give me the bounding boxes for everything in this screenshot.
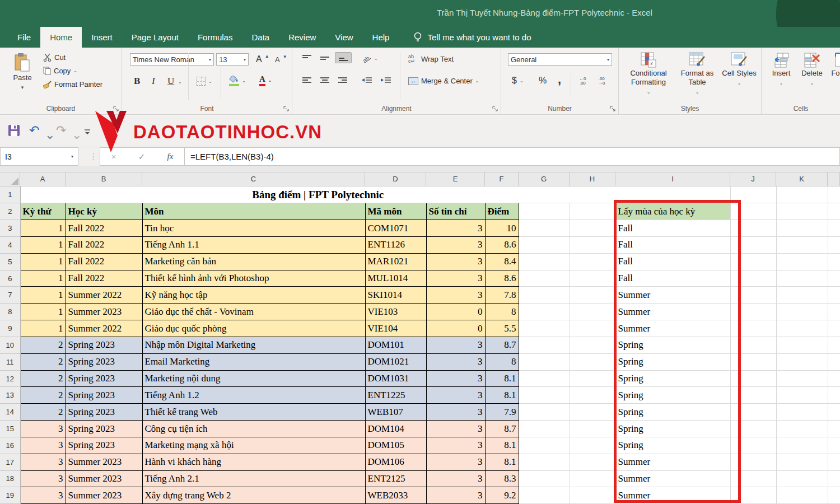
cell-E14[interactable]: 3 — [426, 404, 485, 421]
cell-H11[interactable] — [570, 353, 615, 370]
cancel-entry-icon[interactable]: × — [111, 152, 116, 161]
cell-D14[interactable]: WEB107 — [365, 404, 426, 421]
accounting-format-button[interactable]: $ ⌄ — [509, 74, 526, 87]
cell-A18[interactable]: 3 — [20, 470, 66, 487]
row-number[interactable]: 10 — [0, 337, 20, 353]
undo-chevron-icon[interactable]: ⌄ — [45, 128, 55, 142]
cell-F10[interactable]: 8.7 — [485, 337, 519, 353]
column-header-H[interactable]: H — [570, 172, 615, 186]
column-header-E[interactable]: E — [426, 172, 485, 186]
cell-I4[interactable]: Fall — [615, 236, 730, 253]
cell-B16[interactable]: Spring 2023 — [66, 437, 142, 454]
cell-K14[interactable] — [776, 404, 828, 421]
cell-C15[interactable]: Công cụ tiện ích — [142, 421, 365, 437]
formula-bar-grip[interactable]: ⋮ — [90, 152, 97, 161]
shrink-font-button[interactable]: A▼ — [272, 54, 290, 65]
cell-A5[interactable]: 1 — [20, 253, 66, 270]
row-number[interactable]: 16 — [0, 437, 20, 454]
cell-D4[interactable]: ENT1126 — [365, 236, 426, 253]
cell-B3[interactable]: Fall 2022 — [66, 220, 142, 237]
header-cell-C2[interactable]: Môn — [142, 203, 365, 220]
column-header-F[interactable]: F — [485, 172, 519, 186]
comma-style-button[interactable]: , — [555, 71, 564, 88]
number-dialog-launcher[interactable] — [610, 106, 616, 112]
insert-cells-button[interactable]: Insert ⌄ — [767, 52, 795, 88]
cell-E16[interactable]: 3 — [426, 437, 485, 454]
cell-G17[interactable] — [519, 454, 570, 470]
cell-D12[interactable]: DOM1031 — [365, 370, 426, 387]
tell-me-box[interactable]: Tell me what you want to do — [413, 27, 531, 48]
cell-F17[interactable]: 8.1 — [485, 454, 519, 470]
cell-K10[interactable] — [776, 337, 828, 353]
cell-I1[interactable] — [615, 186, 730, 203]
name-box[interactable]: I3 ▾ — [0, 147, 78, 166]
cell-I18[interactable]: Summer — [615, 470, 730, 487]
cell-E11[interactable]: 3 — [426, 353, 485, 370]
cell-K2[interactable] — [776, 203, 828, 220]
cell-E19[interactable]: 3 — [426, 487, 485, 504]
cell-I17[interactable]: Summer — [615, 454, 730, 470]
cell-G6[interactable] — [519, 270, 570, 287]
cell-I15[interactable]: Spring — [615, 421, 730, 437]
cell-K6[interactable] — [776, 270, 828, 287]
number-format-select[interactable]: General ▾ — [508, 53, 612, 66]
underline-button[interactable]: U — [165, 74, 177, 88]
cell-C4[interactable]: Tiếng Anh 1.1 — [142, 236, 365, 253]
cell-G19[interactable] — [519, 487, 570, 504]
bold-button[interactable]: B — [131, 74, 143, 88]
cell-H12[interactable] — [570, 370, 615, 387]
cell-I6[interactable]: Fall — [615, 270, 730, 287]
tab-file[interactable]: File — [8, 27, 40, 48]
cell-H8[interactable] — [570, 304, 615, 320]
formula-input[interactable]: =LEFT(B3,LEN(B3)-4) — [185, 147, 840, 166]
cell-E3[interactable]: 3 — [426, 220, 485, 237]
cell-F19[interactable]: 9.2 — [485, 487, 519, 504]
cell-A11[interactable]: 2 — [20, 353, 66, 370]
row-number[interactable]: 4 — [0, 236, 20, 253]
cell-fill1[interactable] — [828, 186, 840, 203]
clipboard-dialog-launcher[interactable] — [113, 106, 119, 112]
wrap-text-button[interactable]: abc↵ Wrap Text — [405, 53, 456, 64]
row-number[interactable]: 18 — [0, 470, 20, 487]
cell-G9[interactable] — [519, 320, 570, 337]
cell-J6[interactable] — [730, 270, 776, 287]
cell-K13[interactable] — [776, 387, 828, 404]
cell-H3[interactable] — [570, 220, 615, 237]
row-number[interactable]: 3 — [0, 220, 20, 237]
cell-H6[interactable] — [570, 270, 615, 287]
cell-I5[interactable]: Fall — [615, 253, 730, 270]
cell-G2[interactable] — [519, 203, 570, 220]
cell-H16[interactable] — [570, 437, 615, 454]
cell-K9[interactable] — [776, 320, 828, 337]
row-number[interactable]: 2 — [0, 203, 20, 220]
cell-G10[interactable] — [519, 337, 570, 353]
cell-E5[interactable]: 3 — [426, 253, 485, 270]
cell-I8[interactable]: Summer — [615, 304, 730, 320]
cell-C3[interactable]: Tin học — [142, 220, 365, 237]
cell-E15[interactable]: 3 — [426, 421, 485, 437]
cell-D15[interactable]: DOM104 — [365, 421, 426, 437]
cell-J7[interactable] — [730, 287, 776, 304]
column-header-J[interactable]: J — [730, 172, 776, 186]
redo-chevron-icon[interactable]: ⌄ — [72, 128, 82, 142]
cell-E7[interactable]: 3 — [426, 287, 485, 304]
cell-K19[interactable] — [776, 487, 828, 504]
decrease-decimal-button[interactable]: .00→0 — [595, 76, 608, 87]
borders-button[interactable]: ⌄ — [194, 76, 215, 87]
cell-J8[interactable] — [730, 304, 776, 320]
cell-B17[interactable]: Summer 2023 — [66, 454, 142, 470]
sheet-title-cell[interactable]: Bảng điểm | FPT Polytechnic — [20, 186, 615, 203]
cell-C18[interactable]: Tiếng Anh 2.1 — [142, 470, 365, 487]
font-name-select[interactable]: Times New Roman ▾ — [130, 53, 214, 66]
column-header-G[interactable]: G — [519, 172, 570, 186]
cell-D16[interactable]: DOM105 — [365, 437, 426, 454]
cell-C14[interactable]: Thiết kế trang Web — [142, 404, 365, 421]
cell-F15[interactable]: 8.7 — [485, 421, 519, 437]
tab-help[interactable]: Help — [363, 27, 399, 48]
cell-K1[interactable] — [776, 186, 828, 203]
cell-A10[interactable]: 2 — [20, 337, 66, 353]
cell-I13[interactable]: Spring — [615, 387, 730, 404]
row-number[interactable]: 7 — [0, 287, 20, 304]
cell-G14[interactable] — [519, 404, 570, 421]
cell-G4[interactable] — [519, 236, 570, 253]
